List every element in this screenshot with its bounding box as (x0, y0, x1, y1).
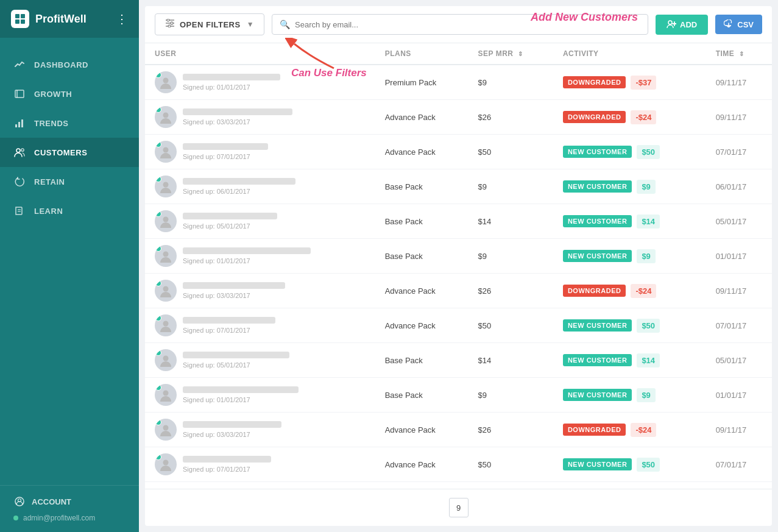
avatar-person-icon (159, 458, 172, 471)
user-name-blurred (183, 178, 295, 185)
time-cell: 09/11/17 (706, 65, 772, 100)
svg-point-33 (163, 321, 169, 327)
user-name-blurred (183, 456, 271, 463)
table-row[interactable]: Signed up: 01/01/2017 Base Pack$9 NEW CU… (145, 239, 772, 274)
time-sort-icon: ⇕ (739, 51, 744, 57)
add-customer-button[interactable]: ADD (656, 15, 708, 35)
user-cell-inner: Signed up: 05/01/2017 (155, 349, 366, 371)
page-number-button[interactable]: 9 (449, 498, 469, 517)
avatar (155, 210, 177, 232)
page-number: 9 (456, 503, 461, 512)
time-value: 05/01/17 (716, 217, 747, 226)
avatar-online-dot (155, 454, 161, 460)
plan-cell: Advance Pack (375, 100, 469, 135)
plan-cell: Advance Pack (375, 413, 469, 447)
svg-point-9 (16, 149, 20, 152)
mrr-cell: $50 (469, 135, 553, 169)
user-cell: Signed up: 07/01/2017 (145, 135, 375, 169)
user-name-blurred (183, 386, 299, 393)
add-button-label: ADD (680, 20, 697, 29)
csv-button[interactable]: CSV (715, 15, 762, 34)
sidebar-item-trends[interactable]: TRENDS (0, 108, 139, 138)
mrr-value: $26 (478, 425, 492, 434)
svg-point-32 (163, 286, 169, 292)
user-cell-inner: Signed up: 07/01/2017 (155, 141, 366, 163)
time-value: 06/01/17 (716, 182, 747, 191)
mrr-value: $9 (478, 182, 487, 191)
learn-icon (13, 205, 26, 217)
avatar-online-dot (155, 419, 161, 425)
mrr-cell: $9 (469, 239, 553, 274)
table-row[interactable]: Signed up: 03/03/2017 Advance Pack$26 DO… (145, 413, 772, 447)
user-cell-inner: Signed up: 05/01/2017 (155, 210, 366, 232)
search-input[interactable] (295, 20, 640, 29)
avatar-online-dot (155, 141, 161, 147)
time-value: 09/11/17 (716, 78, 747, 87)
avatar-person-icon (159, 284, 172, 297)
activity-badge: NEW CUSTOMER (563, 458, 632, 470)
activity-cell: NEW CUSTOMER $9 (553, 239, 706, 274)
mrr-value: $50 (478, 147, 492, 157)
time-cell: 06/01/17 (706, 169, 772, 204)
plan-cell: Base Pack (375, 239, 469, 274)
sidebar-item-dashboard[interactable]: DASHBOARD (0, 50, 139, 79)
col-time[interactable]: TIME ⇕ (706, 43, 772, 65)
sidebar-item-retain[interactable]: RETAIN (0, 167, 139, 196)
user-name-blurred (183, 143, 268, 150)
user-cell: Signed up: 05/01/2017 (145, 204, 375, 239)
table-row[interactable]: Signed up: 05/01/2017 Base Pack$14 NEW C… (145, 204, 772, 239)
avatar (155, 349, 177, 371)
avatar-person-icon (159, 76, 172, 89)
mrr-value: $9 (478, 78, 487, 87)
user-signed-date: Signed up: 05/01/2017 (183, 361, 289, 369)
sidebar-item-customers[interactable]: CUSTOMERS (0, 138, 139, 167)
time-cell: 09/11/17 (706, 100, 772, 135)
svg-rect-4 (15, 90, 24, 98)
user-info: Signed up: 07/01/2017 (183, 317, 275, 334)
table-row[interactable]: Signed up: 05/01/2017 Base Pack$14 NEW C… (145, 343, 772, 378)
svg-point-18 (167, 19, 169, 21)
user-signed-date: Signed up: 01/01/2017 (183, 83, 280, 91)
mrr-cell: $26 (469, 274, 553, 308)
time-cell: 09/11/17 (706, 274, 772, 308)
table-row[interactable]: Signed up: 07/01/2017 Advance Pack$50 NE… (145, 308, 772, 343)
svg-rect-6 (15, 124, 17, 127)
table-row[interactable]: Signed up: 01/01/2017 Premium Pack$9 DOW… (145, 65, 772, 100)
sidebar-item-learn[interactable]: LEARN (0, 196, 139, 225)
table-row[interactable]: Signed up: 01/01/2017 Base Pack$9 NEW CU… (145, 378, 772, 413)
table-row[interactable]: Signed up: 03/03/2017 Advance Pack$26 DO… (145, 274, 772, 308)
sidebar-account-label: ACCOUNT (32, 497, 71, 506)
pagination: 9 (145, 489, 772, 526)
online-indicator (13, 516, 18, 520)
activity-amount: $50 (637, 458, 660, 472)
open-filters-button[interactable]: OPEN FILTERS ▼ (155, 13, 264, 35)
table-row[interactable]: Signed up: 07/01/2017 Advance Pack$50 NE… (145, 447, 772, 482)
sidebar-item-account[interactable]: ACCOUNT (13, 495, 126, 508)
table-row[interactable]: Signed up: 07/01/2017 Advance Pack$50 NE… (145, 135, 772, 169)
col-sep-mrr[interactable]: SEP MRR ⇕ (469, 43, 553, 65)
activity-cell: DOWNGRADED -$24 (553, 100, 706, 135)
avatar-online-dot (155, 176, 161, 182)
svg-rect-1 (21, 14, 25, 18)
time-value: 07/01/17 (716, 147, 747, 157)
user-cell: Signed up: 01/01/2017 (145, 65, 375, 100)
avatar-online-dot (155, 280, 161, 286)
avatar-online-dot (155, 72, 161, 78)
sidebar-item-growth[interactable]: GROWTH (0, 79, 139, 108)
activity-badge: DOWNGRADED (563, 285, 626, 297)
table-row[interactable]: Signed up: 06/01/2017 Base Pack$9 NEW CU… (145, 169, 772, 204)
svg-point-34 (163, 356, 169, 361)
svg-point-29 (163, 182, 169, 188)
svg-point-35 (163, 391, 169, 396)
logo-icon (11, 10, 29, 28)
time-cell: 01/01/17 (706, 239, 772, 274)
activity-amount: -$24 (631, 284, 656, 298)
search-icon: 🔍 (280, 20, 290, 29)
activity-cell-inner: DOWNGRADED -$24 (563, 423, 696, 437)
sidebar-menu-icon[interactable]: ⋮ (116, 12, 128, 26)
table-row[interactable]: Signed up: 03/03/2017 Advance Pack$26 DO… (145, 100, 772, 135)
avatar (155, 106, 177, 128)
sidebar-label-learn: LEARN (34, 207, 63, 216)
activity-amount: -$24 (631, 110, 656, 124)
avatar (155, 176, 177, 197)
